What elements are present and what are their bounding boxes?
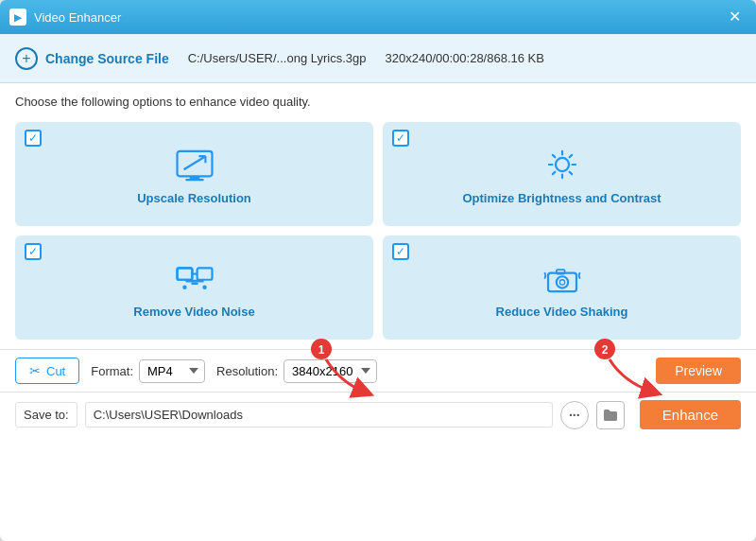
brightness-label: Optimize Brightness and Contrast: [462, 191, 661, 205]
noise-icon: [171, 259, 218, 297]
cut-label: Cut: [46, 364, 65, 378]
save-to-label: Save to:: [15, 402, 77, 428]
browse-dots-button[interactable]: ···: [560, 401, 589, 429]
upscale-label: Upscale Resolution: [137, 191, 251, 205]
scissors-icon: ✂: [29, 363, 41, 378]
shaking-checkbox[interactable]: [392, 243, 409, 260]
brightness-icon: [539, 146, 586, 183]
noise-checkbox[interactable]: [25, 243, 42, 260]
option-card-noise: Remove Video Noise: [15, 236, 373, 340]
change-source-label: Change Source File: [45, 51, 169, 66]
instructions-text: Choose the following options to enhance …: [0, 83, 756, 116]
svg-point-25: [559, 279, 564, 284]
brightness-checkbox[interactable]: [392, 130, 409, 147]
svg-line-3: [183, 156, 205, 169]
header-row: + Change Source File C:/Users/USER/...on…: [0, 34, 756, 83]
app-icon: ▶: [9, 9, 26, 26]
video-enhancer-window: ▶ Video Enhancer ✕ + Change Source File …: [0, 0, 756, 541]
window-title: Video Enhancer: [34, 10, 121, 25]
preview-button[interactable]: Preview: [656, 358, 741, 384]
format-select[interactable]: MP4 MOV AVI MKV WMV: [139, 359, 205, 383]
svg-rect-26: [556, 270, 564, 273]
save-path-input[interactable]: [85, 402, 553, 428]
shaking-label: Reduce Video Shaking: [496, 305, 628, 319]
toolbar: ✂ Cut Format: MP4 MOV AVI MKV WMV Resolu…: [0, 349, 756, 392]
shaking-icon: [539, 259, 586, 297]
close-button[interactable]: ✕: [723, 8, 747, 26]
svg-rect-15: [177, 268, 192, 279]
svg-point-21: [182, 285, 186, 288]
svg-line-13: [569, 154, 571, 156]
svg-rect-19: [185, 279, 203, 282]
svg-rect-20: [191, 282, 198, 285]
title-bar-left: ▶ Video Enhancer: [9, 9, 121, 26]
option-card-brightness: Optimize Brightness and Contrast: [383, 122, 741, 226]
file-path: C:/Users/USER/...ong Lyrics.3gp: [188, 51, 367, 65]
upscale-icon: [171, 146, 218, 183]
resolution-select[interactable]: 3840x2160 1920x1080 1280x720 640x480: [284, 359, 377, 383]
svg-line-11: [552, 154, 554, 156]
upscale-checkbox[interactable]: [25, 130, 42, 147]
option-card-upscale: Upscale Resolution: [15, 122, 373, 226]
folder-icon: [603, 409, 618, 422]
add-circle-icon: +: [15, 47, 38, 70]
svg-line-12: [569, 171, 571, 173]
format-group: Format: MP4 MOV AVI MKV WMV: [91, 359, 205, 383]
resolution-group: Resolution: 3840x2160 1920x1080 1280x720…: [216, 359, 377, 383]
svg-point-22: [202, 285, 206, 288]
save-row: Save to: ··· Enhance: [0, 392, 756, 437]
svg-rect-17: [177, 268, 192, 279]
svg-rect-16: [197, 268, 212, 279]
svg-point-24: [556, 276, 567, 288]
svg-rect-2: [185, 178, 203, 180]
cut-button[interactable]: ✂ Cut: [15, 358, 79, 384]
change-source-button[interactable]: + Change Source File: [15, 47, 169, 70]
options-grid: Upscale Resolution Optimize Brightness a: [0, 116, 756, 349]
noise-label: Remove Video Noise: [133, 305, 254, 319]
file-info: 320x240/00:00:28/868.16 KB: [386, 51, 544, 65]
title-bar: ▶ Video Enhancer ✕: [0, 0, 756, 34]
option-card-shaking: Reduce Video Shaking: [383, 236, 741, 340]
browse-folder-button[interactable]: [596, 401, 625, 429]
resolution-label: Resolution:: [216, 364, 278, 378]
save-row-wrapper: Save to: ··· Enhance 1 2: [0, 392, 756, 437]
enhance-button[interactable]: Enhance: [640, 400, 741, 429]
format-label: Format:: [91, 364, 133, 378]
svg-point-6: [555, 157, 568, 170]
svg-line-14: [552, 171, 554, 173]
